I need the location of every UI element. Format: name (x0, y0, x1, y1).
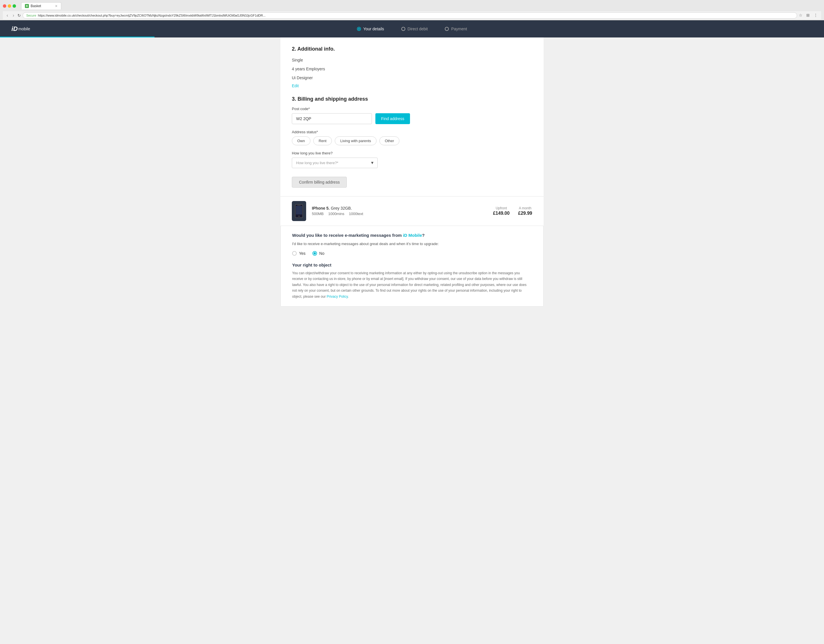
job-title: Ui Designer (292, 74, 532, 81)
marketing-question: Would you like to receive e-marketing me… (292, 233, 532, 238)
address-bar[interactable]: Secure https://www.idmobile.co.uk/checko… (23, 12, 797, 18)
product-bar: IPhone 5. Grey 32GB. 500MB 1000mins 1000… (280, 196, 544, 225)
step-payment: Payment (445, 27, 467, 31)
address-status-label: Address status* (292, 130, 532, 134)
radio-yes-label: Yes (299, 251, 306, 256)
logo-id: iD (11, 25, 18, 32)
tab-title: Basket (31, 4, 41, 8)
address-status-pills: Own Rent Living with parents Other (292, 136, 532, 145)
product-name: IPhone 5. Grey 32GB. (312, 206, 487, 210)
step-radio-payment (445, 27, 449, 31)
refresh-button[interactable]: ↻ (17, 13, 21, 18)
radio-no[interactable]: No (312, 251, 324, 256)
postcode-row: Find address (292, 113, 532, 124)
pricing-monthly: A month £29.99 (518, 206, 532, 216)
svg-rect-2 (297, 205, 301, 205)
site-header: iD mobile Your details Direct debit Paym… (0, 20, 824, 37)
extensions-icon[interactable]: ⊞ (806, 13, 812, 18)
marketing-question-suffix: ? (422, 233, 424, 238)
nav-icons: ☆ ⊞ ⋮ (799, 13, 819, 18)
marketing-description: I'd like to receive e-marketing messages… (292, 241, 532, 247)
browser-chrome: B Basket ✕ ‹ › ↻ Secure https://www.idmo… (0, 0, 824, 20)
phone-icon (295, 204, 303, 218)
tab-favicon: B (25, 4, 29, 8)
product-spec-mins: 1000mins (328, 212, 344, 216)
svg-point-3 (298, 216, 300, 217)
brand-link[interactable]: iD Mobile (403, 233, 422, 238)
progress-bar (0, 37, 155, 37)
postcode-input[interactable] (292, 113, 372, 124)
marketing-question-prefix: Would you like to receive e-marketing me… (292, 233, 403, 238)
tab-close-button[interactable]: ✕ (55, 4, 57, 8)
step-radio-your-details (357, 27, 361, 31)
upfront-value: £149.00 (493, 211, 510, 216)
product-pricing: Upfront £149.00 A month £29.99 (493, 206, 532, 216)
back-button[interactable]: ‹ (5, 12, 9, 18)
step-label-direct-debit: Direct debit (407, 27, 428, 31)
close-button[interactable] (3, 4, 6, 8)
marital-status: Single (292, 57, 532, 64)
secure-badge: Secure (26, 14, 36, 17)
step-direct-debit: Direct debit (401, 27, 428, 31)
pill-other[interactable]: Other (380, 136, 400, 145)
site-logo[interactable]: iD mobile (11, 25, 30, 32)
marketing-radio-group: Yes No (292, 251, 532, 256)
section3-title: 3. Billing and shipping address (292, 96, 532, 102)
address-status-group: Address status* Own Rent Living with par… (292, 130, 532, 145)
duration-group: How long you live there? How long you li… (292, 151, 532, 168)
forward-button[interactable]: › (11, 12, 15, 18)
page-content: 2. Additional info. Single 4 years Emplo… (280, 37, 544, 196)
privacy-link[interactable]: Privacy Policy (327, 294, 348, 299)
upfront-label: Upfront (493, 206, 510, 210)
maximize-button[interactable] (12, 4, 16, 8)
monthly-value: £29.99 (518, 211, 532, 216)
radio-yes-circle (292, 251, 297, 256)
address-url: https://www.idmobile.co.uk/checkout/chec… (38, 14, 266, 17)
pricing-upfront: Upfront £149.00 (493, 206, 510, 216)
postcode-group: Post code* Find address (292, 107, 532, 124)
nav-bar: ‹ › ↻ Secure https://www.idmobile.co.uk/… (3, 11, 821, 20)
product-spec-text: 1000text (349, 212, 363, 216)
radio-no-circle (312, 251, 317, 256)
step-label-your-details: Your details (363, 27, 384, 31)
product-specs: 500MB 1000mins 1000text (312, 212, 487, 216)
product-image (292, 201, 306, 221)
monthly-label: A month (518, 206, 532, 210)
marketing-section: Would you like to receive e-marketing me… (280, 225, 544, 307)
step-label-payment: Payment (451, 27, 467, 31)
duration-label: How long you live there? (292, 151, 532, 155)
product-spec-data: 500MB (312, 212, 324, 216)
product-name-bold: IPhone 5. (312, 206, 330, 210)
step-your-details: Your details (357, 27, 384, 31)
pill-own[interactable]: Own (292, 136, 311, 145)
step-radio-direct-debit (401, 27, 405, 31)
section2-title: 2. Additional info. (292, 46, 532, 52)
duration-select-wrapper: How long you live there?* Less than 1 ye… (292, 158, 378, 168)
menu-icon[interactable]: ⋮ (814, 13, 819, 18)
bookmark-icon[interactable]: ☆ (799, 13, 804, 18)
pill-living-with-parents[interactable]: Living with parents (335, 136, 377, 145)
product-variant: Grey 32GB. (331, 206, 352, 210)
radio-yes[interactable]: Yes (292, 251, 306, 256)
employment-duration: 4 years Employers (292, 66, 532, 73)
postcode-label: Post code* (292, 107, 532, 111)
confirm-billing-address-button[interactable]: Confirm billing address (292, 177, 347, 188)
rights-text: You can object/withdraw your consent to … (292, 270, 532, 299)
pill-rent[interactable]: Rent (313, 136, 332, 145)
find-address-button[interactable]: Find address (375, 113, 410, 124)
traffic-lights (3, 4, 16, 8)
logo-mobile: mobile (18, 27, 30, 31)
duration-select[interactable]: How long you live there?* Less than 1 ye… (292, 158, 378, 168)
tab-bar: B Basket ✕ (21, 2, 61, 9)
edit-link[interactable]: Edit (292, 83, 299, 88)
radio-no-label: No (319, 251, 324, 256)
progress-steps: Your details Direct debit Payment (357, 27, 467, 31)
svg-rect-1 (296, 206, 302, 215)
rights-title: Your right to object (292, 262, 532, 267)
pricing-row: Upfront £149.00 A month £29.99 (493, 206, 532, 216)
product-info: IPhone 5. Grey 32GB. 500MB 1000mins 1000… (312, 206, 487, 216)
minimize-button[interactable] (8, 4, 11, 8)
active-tab[interactable]: B Basket ✕ (21, 2, 61, 9)
